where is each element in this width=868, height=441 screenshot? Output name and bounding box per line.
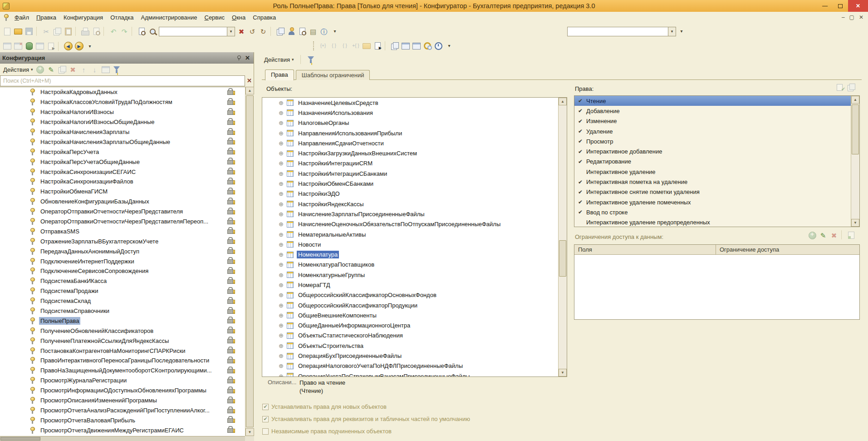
link-sphere-button[interactable] [422, 41, 433, 51]
expand-icon[interactable]: ⊕ [279, 362, 287, 369]
tree-row[interactable]: ПросмотрЖурналаРегистрации [0, 376, 245, 386]
expand-icon[interactable]: ⊕ [279, 261, 287, 268]
object-row[interactable]: ⊕ НазначенияИспользования [262, 108, 567, 118]
tree-row[interactable]: ПодсистемаСправочники [0, 306, 245, 316]
expand-icon[interactable]: ⊕ [279, 140, 287, 147]
object-row[interactable]: ⊕ Номенклатура [262, 249, 567, 259]
proc-end-button[interactable]: { } [339, 41, 350, 51]
tree-row[interactable]: ОператорОтправкиОтчетностиЧерезПредстави… [0, 207, 245, 217]
toolbar-overflow-caret[interactable]: ▾ [676, 26, 687, 36]
find-previous-button[interactable]: ↺ [247, 26, 258, 36]
tree-row[interactable]: НастройкаКлассовУсловийТрудаПоДолжностям [0, 97, 245, 107]
minimize-button[interactable]: — [817, 0, 833, 12]
expand-icon[interactable]: ⊕ [279, 221, 287, 228]
tree-row[interactable]: ПодключениеИнтернетПоддержки [0, 256, 245, 266]
templates-button[interactable] [297, 26, 308, 36]
expand-icon[interactable]: ⊕ [279, 180, 287, 187]
scroll-thumb[interactable] [246, 95, 254, 427]
expand-icon[interactable]: ⊕ [279, 211, 287, 218]
window-copy-button[interactable] [400, 41, 411, 51]
delete-button[interactable]: ✖ [68, 64, 78, 74]
right-row[interactable]: ✔ Интерактивная пометка на удаление [574, 177, 859, 187]
separator[interactable] [36, 27, 39, 36]
tree-row[interactable]: НастройкиОбменаГИСМ [0, 187, 245, 197]
separator[interactable] [385, 41, 388, 50]
object-row[interactable]: ⊕ НастройкиИнтеграцииСБанками [262, 168, 567, 178]
scroll-up-icon[interactable]: ▲ [559, 98, 567, 105]
move-up-button[interactable]: ↑ [78, 64, 89, 74]
nav-caret[interactable]: ▾ [84, 41, 95, 51]
tree-row[interactable]: ПолучениеОбновленийКлассификаторов [0, 326, 245, 336]
panel-close-icon[interactable]: ✕ [245, 55, 250, 61]
tree-horizontal-scrollbar[interactable] [0, 436, 245, 441]
tree-row[interactable]: ПодсистемаБанкИКасса [0, 276, 245, 286]
database-button[interactable] [24, 41, 34, 51]
tree-row[interactable]: ПросмотрОтчетаВаловаяПрибыль [0, 415, 245, 425]
object-row[interactable]: ⊕ ОбщиеДанныеИнформационногоЦентра [262, 321, 567, 331]
search-dropdown-button[interactable]: ▾ [227, 27, 235, 36]
search-input[interactable] [0, 75, 245, 86]
expand-icon[interactable]: ⊕ [279, 201, 287, 208]
tree-row[interactable]: ОтправкаSMS [0, 226, 245, 236]
expand-icon[interactable]: ⊕ [279, 332, 287, 339]
separator[interactable] [841, 230, 844, 239]
right-row[interactable]: ✔ Чтение [574, 96, 859, 106]
close-window-button[interactable] [13, 41, 24, 51]
tree-row[interactable]: НастройкаНачисленияЗарплаты [0, 127, 245, 137]
right-row[interactable]: ✔ Удаление [574, 126, 859, 136]
scroll-thumb[interactable] [0, 437, 40, 441]
right-row[interactable]: ✔ Интерактивное удаление помеченных [574, 197, 859, 207]
window-list-dropdown-button[interactable]: ▾ [668, 27, 676, 36]
configuration-window-button[interactable] [2, 41, 13, 51]
object-row[interactable]: ⊕ НастройкиЗагрузкиДанныхВнешнихСистем [262, 148, 567, 158]
more-caret[interactable]: ▾ [329, 26, 340, 36]
restore-button[interactable] [833, 0, 848, 12]
goto-folder-button[interactable] [361, 41, 372, 51]
new-document-button[interactable] [2, 26, 13, 36]
run-doc-button[interactable] [372, 41, 383, 51]
option-checkbox[interactable]: ✔ Устанавливать права для реквизитов и т… [262, 413, 470, 425]
tree-row[interactable]: ПодсистемаПродажи [0, 286, 245, 296]
window-copy2-button[interactable] [411, 41, 422, 51]
menu-item[interactable]: Отладка [107, 13, 137, 22]
list-button[interactable] [100, 64, 111, 74]
expand-icon[interactable]: ⊕ [279, 160, 287, 167]
window-list-input[interactable] [567, 27, 668, 36]
right-row[interactable]: ✔ Интерактивное удаление [574, 167, 859, 177]
copy-pages-button[interactable] [275, 26, 286, 36]
expand-icon[interactable]: ⊕ [279, 190, 287, 197]
tree-row[interactable]: ОбновлениеКонфигурацииБазыДанных [0, 197, 245, 207]
nav-back-button[interactable] [63, 41, 74, 51]
pages-button[interactable] [389, 41, 400, 51]
separator[interactable] [132, 27, 135, 36]
menu-item[interactable]: Правка [33, 13, 60, 22]
scroll-down-icon[interactable]: ▼ [245, 428, 254, 436]
right-row[interactable]: ✔ Добавление [574, 106, 859, 116]
object-row[interactable]: ⊕ ОперацияНалоговогоУчетаПоНДФЛПрисоедин… [262, 361, 567, 371]
filter-button[interactable] [111, 64, 122, 74]
filter-button[interactable] [305, 55, 316, 64]
right-row[interactable]: ✔ Просмотр [574, 136, 859, 146]
object-row[interactable]: ⊕ НоменклатураПоставщиков [262, 260, 567, 270]
tree-row[interactable]: НастройкаНалогиИВзносы [0, 107, 245, 117]
right-row[interactable]: ✔ Интерактивное снятие пометки удаления [574, 187, 859, 197]
right-row[interactable]: ✔ Ввод по строке [574, 207, 859, 217]
restriction-template-button[interactable] [846, 230, 857, 240]
move-down-button[interactable]: ↓ [89, 64, 100, 74]
expand-icon[interactable]: ⊕ [279, 150, 287, 157]
option-checkbox[interactable]: ✔ Устанавливать права для новых объектов [262, 401, 470, 413]
edit-button[interactable]: ✎ [46, 64, 57, 74]
tree-row[interactable]: ПередачаДанныхАнонимныйДоступ [0, 246, 245, 256]
tree-row[interactable]: НастройкаСинхронизацииФайлов [0, 177, 245, 187]
tree-vertical-scrollbar[interactable]: ▲ ▼ [245, 87, 254, 436]
object-row[interactable]: ⊕ НематериальныеАктивы [262, 229, 567, 239]
column-header-restriction[interactable]: Ограничение доступа [716, 245, 783, 254]
clear-search-button[interactable]: ✖ [236, 26, 247, 36]
cluster-caret[interactable]: ▾ [444, 41, 455, 51]
restriction-delete-button[interactable]: ✖ [829, 230, 839, 240]
role-window-icon[interactable] [3, 14, 9, 21]
object-row[interactable]: ⊕ НачислениеОценочныхОбязательствПоОтпус… [262, 219, 567, 229]
paste-button[interactable] [63, 26, 74, 36]
expand-icon[interactable]: ⊕ [279, 312, 287, 319]
menu-item[interactable]: Справка [249, 13, 280, 22]
